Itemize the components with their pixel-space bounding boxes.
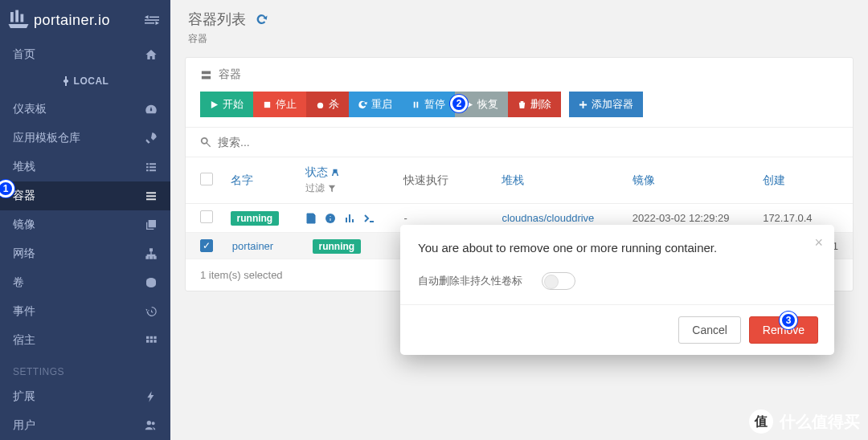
watermark-badge: 值 [749,409,773,434]
annotation-3: 3 [780,312,797,329]
close-icon[interactable]: × [814,234,823,251]
modal-title: You are about to remove one or more runn… [418,241,817,255]
watermark: 值 什么值得买 [749,409,860,434]
modal-backdrop [0,0,868,440]
remove-confirm-modal: × You are about to remove one or more ru… [400,225,834,355]
annotation-2: 2 [450,95,468,112]
cancel-button[interactable]: Cancel [678,316,741,344]
auto-remove-toggle[interactable] [542,272,575,290]
auto-remove-label: 自动删除非持久性卷标 [418,274,522,288]
